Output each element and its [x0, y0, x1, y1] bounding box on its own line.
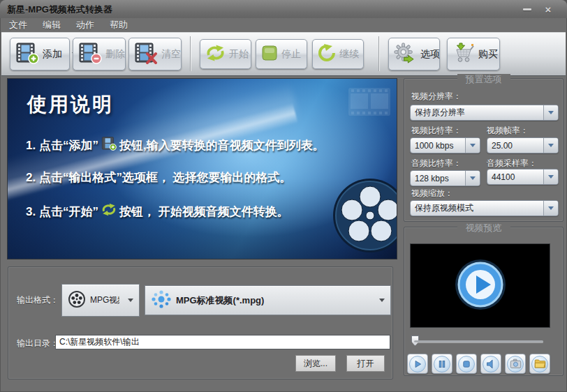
step1-text-pre: 1. 点击“添加” — [26, 137, 98, 153]
seek-slider-track[interactable] — [414, 340, 543, 342]
menu-item-action[interactable]: 动作 — [68, 19, 102, 31]
container-format-select[interactable]: MPG视频 — [61, 284, 140, 317]
menu-item-help[interactable]: 帮助 — [102, 19, 135, 31]
browse-button-label: 浏览... — [304, 358, 327, 370]
gear-icon — [394, 43, 417, 66]
sync-arrows-mini-icon — [101, 203, 117, 220]
buy-button[interactable]: 购买 — [447, 38, 500, 70]
instructions-panel: 使用说明 1. 点击“添加” 按钮,输入要转换的音视频文件到列表。 2. 点击“… — [7, 78, 397, 259]
browse-button[interactable]: 浏览... — [295, 355, 336, 372]
video-preview-title: 视频预览 — [457, 223, 510, 233]
step2-text: 2. 点击“输出格式”选项框， 选择您要输出的格式。 — [26, 169, 292, 186]
film-delete-icon — [78, 43, 102, 66]
menu-item-edit[interactable]: 编辑 — [35, 19, 68, 31]
preset-options-group: 预置选项 视频分辨率： 保持原分辨率 视频比特率： 视频帧率： 1000 kbp… — [404, 78, 564, 222]
menu-item-file[interactable]: 文件 — [1, 19, 35, 31]
video-scale-label: 视频缩放： — [411, 188, 453, 199]
film-clear-icon — [134, 43, 158, 66]
video-bitrate-select[interactable]: 1000 kbps — [410, 137, 480, 153]
sample-rate-label: 音频采样率： — [487, 158, 537, 169]
add-button[interactable]: 添加 — [10, 38, 70, 70]
toolbar-separator — [190, 36, 191, 71]
preview-folder-button[interactable] — [529, 354, 550, 374]
frame-rate-select[interactable]: 25.00 — [487, 137, 559, 153]
preset-options-title: 预置选项 — [457, 74, 510, 84]
instruction-step-1: 1. 点击“添加” 按钮,输入要转换的音视频文件到列表。 — [26, 136, 325, 155]
chevron-down-icon — [543, 105, 558, 120]
instruction-step-2: 2. 点击“输出格式”选项框， 选择您要输出的格式。 — [26, 169, 292, 186]
start-button-label: 开始 — [229, 48, 249, 61]
stop-square-icon — [261, 45, 278, 63]
step3-text-post: 按钮， 开始视频音频文件转换。 — [119, 204, 289, 220]
title-bar: 新星-MPG视频格式转换器 × — [0, 0, 567, 18]
output-dir-label: 输出目录： — [17, 338, 59, 349]
start-button[interactable]: 开始 — [200, 39, 251, 69]
audio-bitrate-label: 音频比特率： — [411, 158, 462, 169]
chevron-down-icon — [128, 299, 133, 302]
sample-rate-select[interactable]: 44100 — [487, 169, 559, 185]
preview-pause-button[interactable] — [432, 354, 452, 374]
delete-button[interactable]: 删除 — [73, 38, 126, 70]
film-reel-icon — [330, 175, 397, 259]
clear-button-label: 清空 — [161, 48, 181, 61]
frame-rate-label: 视频帧率： — [487, 125, 529, 137]
output-settings-group: 输出格式： MPG视频 — [8, 266, 393, 379]
preview-screen — [410, 243, 550, 328]
step3-text-pre: 3. 点击“开始” — [26, 204, 98, 220]
clear-button[interactable]: 清空 — [128, 38, 182, 70]
video-bitrate-value: 1000 kbps — [411, 138, 465, 153]
pause-icon — [434, 356, 450, 372]
open-button[interactable]: 打开 — [346, 355, 385, 372]
sample-rate-value: 44100 — [487, 169, 543, 184]
sync-arrows-icon — [205, 44, 226, 64]
minimize-icon — [523, 8, 531, 10]
resolution-select[interactable]: 保持原分辨率 — [410, 105, 559, 121]
film-strip-watermark-icon — [348, 87, 391, 119]
preview-stop-button[interactable] — [456, 354, 477, 374]
output-format-label: 输出格式： — [17, 294, 59, 306]
resume-button[interactable]: 继续 — [312, 39, 364, 69]
options-button-label: 选项 — [420, 48, 440, 61]
profile-format-value: MPG标准视频(*.mpg) — [176, 294, 264, 307]
instructions-title: 使用说明 — [27, 91, 114, 118]
play-circle-icon — [453, 257, 508, 315]
stop-button[interactable]: 停止 — [256, 39, 307, 69]
toolbar-separator — [378, 36, 379, 71]
stop-button-label: 停止 — [281, 48, 301, 61]
resolution-value: 保持原分辨率 — [411, 105, 543, 120]
folder-icon — [531, 356, 548, 372]
delete-button-label: 删除 — [105, 48, 125, 61]
chevron-down-icon — [543, 138, 558, 153]
step1-text-post: 按钮,输入要转换的音视频文件到列表。 — [119, 137, 325, 153]
blue-dot-cluster-icon — [151, 289, 172, 312]
buy-button-label: 购买 — [478, 48, 498, 61]
options-button[interactable]: 选项 — [388, 38, 440, 70]
play-icon — [409, 356, 426, 372]
close-button[interactable]: × — [540, 4, 556, 15]
resume-button-label: 继续 — [339, 48, 359, 61]
film-add-icon — [15, 43, 39, 66]
resolution-label: 视频分辨率： — [411, 91, 462, 103]
close-icon: × — [545, 5, 552, 15]
film-reel-small-icon — [68, 290, 86, 311]
audio-bitrate-select[interactable]: 128 kbps — [410, 170, 480, 186]
video-scale-value: 保持原视频模式 — [411, 201, 543, 216]
chevron-down-icon — [465, 138, 480, 153]
frame-rate-value: 25.00 — [487, 138, 543, 153]
film-add-mini-icon — [101, 136, 117, 155]
stop-icon — [458, 356, 475, 372]
profile-format-select[interactable]: MPG标准视频(*.mpg) — [145, 285, 391, 315]
menu-bar: 文件 编辑 动作 帮助 — [1, 18, 566, 32]
chevron-down-icon — [379, 299, 385, 302]
camera-icon — [507, 356, 524, 372]
output-dir-input[interactable] — [55, 335, 390, 349]
video-preview-group: 视频预览 — [404, 227, 564, 376]
preview-snapshot-button[interactable] — [505, 354, 526, 374]
circular-arrow-icon — [318, 44, 336, 64]
minimize-button[interactable] — [520, 4, 535, 15]
video-scale-select[interactable]: 保持原视频模式 — [410, 200, 559, 216]
video-bitrate-label: 视频比特率： — [411, 125, 462, 137]
open-button-label: 打开 — [358, 358, 374, 370]
preview-play-button[interactable] — [407, 354, 428, 374]
preview-volume-button[interactable] — [480, 354, 501, 374]
